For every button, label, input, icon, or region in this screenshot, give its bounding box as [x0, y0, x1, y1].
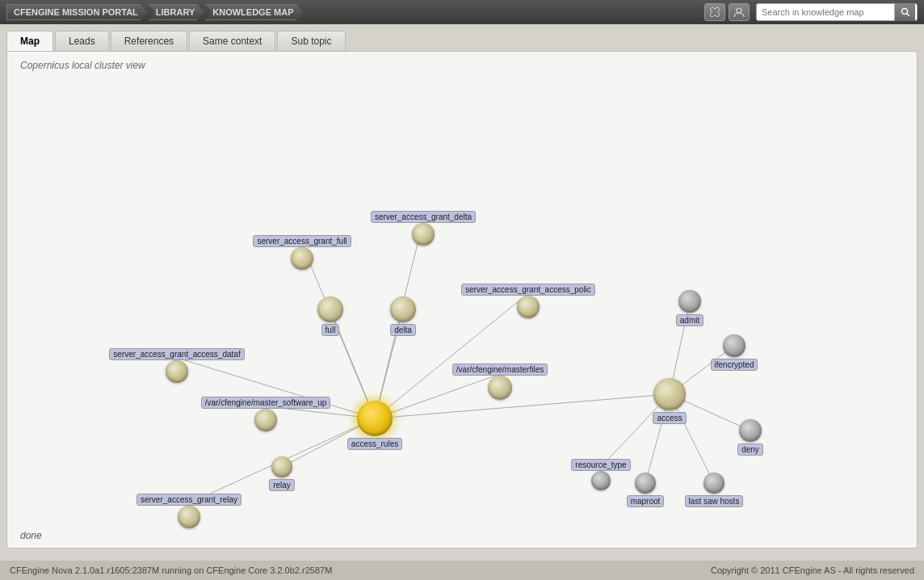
node-label-server_grant_access_dataf: server_access_grant_access_dataf — [109, 348, 244, 360]
node-label-server_grant_full: server_access_grant_full — [253, 235, 351, 247]
node-circle-relay — [271, 456, 292, 477]
tab-leads[interactable]: Leads — [55, 31, 109, 51]
node-circle-delta — [390, 296, 416, 322]
node-label-resource_type: resource_type — [571, 459, 630, 471]
node-circle-full — [317, 296, 343, 322]
node-relay[interactable]: relay — [271, 456, 292, 491]
node-server_grant_delta[interactable]: server_access_grant_delta — [412, 209, 435, 246]
node-ifencrypted[interactable]: ifencrypted — [723, 334, 746, 371]
node-circle-ifencrypted — [723, 334, 746, 357]
node-admit[interactable]: admit — [678, 290, 701, 326]
main-content: Map Leads References Same context Sub to… — [0, 24, 924, 561]
node-circle-admit — [678, 290, 701, 313]
node-circle-server_grant_relay — [178, 506, 200, 528]
node-label-relay: relay — [269, 479, 295, 491]
node-server_grant_access_dataf[interactable]: server_access_grant_access_dataf — [166, 347, 188, 383]
node-label-var_master_software: /var/cfengine/master_software_up — [201, 397, 331, 409]
node-label-maproot: maproot — [627, 495, 665, 507]
node-label-server_grant_delta: server_access_grant_delta — [371, 211, 476, 223]
node-full[interactable]: full — [317, 296, 343, 336]
node-label-var_masterfiles: /var/cfengine/masterfiles — [452, 364, 548, 376]
node-circle-access_rules — [357, 401, 393, 436]
node-var_master_software[interactable]: /var/cfengine/master_software_up — [254, 395, 277, 431]
node-label-admit: admit — [676, 314, 704, 326]
node-access[interactable]: access — [653, 378, 686, 424]
topbar: CFENGINE MISSION PORTAL LIBRARY KNOWLEDG… — [0, 0, 924, 24]
tab-bar: Map Leads References Same context Sub to… — [6, 31, 918, 51]
node-resource_type[interactable]: resource_type — [591, 457, 611, 490]
node-label-access_rules: access_rules — [347, 438, 402, 450]
svg-point-0 — [737, 8, 741, 13]
done-label: done — [20, 530, 42, 541]
node-last_saw_hosts[interactable]: last saw hosts — [704, 473, 724, 507]
tab-map[interactable]: Map — [6, 31, 53, 51]
node-deny[interactable]: deny — [739, 419, 762, 456]
wrench-button[interactable] — [704, 3, 725, 21]
breadcrumb-library[interactable]: LIBRARY — [149, 4, 204, 20]
node-circle-last_saw_hosts — [704, 473, 724, 494]
node-var_masterfiles[interactable]: /var/cfengine/masterfiles — [488, 362, 512, 400]
node-label-deny: deny — [737, 443, 763, 456]
status-right: Copyright © 2011 CFEngine AS - All right… — [711, 565, 914, 575]
node-maproot[interactable]: maproot — [635, 473, 656, 507]
node-circle-server_grant_full — [291, 247, 313, 270]
node-circle-server_grant_access_policy — [517, 296, 540, 318]
svg-point-1 — [901, 9, 907, 15]
node-circle-var_masterfiles — [488, 376, 512, 400]
breadcrumb-cfengine[interactable]: CFENGINE MISSION PORTAL — [6, 4, 147, 20]
map-subtitle: Copernicus local cluster view — [7, 52, 917, 71]
tab-sub-topic[interactable]: Sub topic — [277, 31, 345, 51]
search-bar — [756, 3, 918, 21]
node-access_rules[interactable]: access_rules — [357, 401, 393, 450]
node-circle-var_master_software — [254, 409, 277, 431]
tab-same-context[interactable]: Same context — [189, 31, 275, 51]
node-label-server_grant_relay: server_access_grant_relay — [136, 494, 242, 506]
search-button[interactable] — [894, 3, 915, 21]
status-left: CFEngine Nova 2.1.0a1.r1605:2387M runnin… — [10, 565, 332, 575]
node-circle-access — [653, 378, 686, 410]
node-circle-deny — [739, 419, 762, 442]
node-delta[interactable]: delta — [390, 296, 416, 336]
node-server_grant_full[interactable]: server_access_grant_full — [291, 233, 313, 270]
node-circle-server_grant_access_dataf — [166, 360, 188, 383]
node-label-ifencrypted: ifencrypted — [711, 359, 758, 371]
node-label-server_grant_access_policy: server_access_grant_access_polic — [461, 284, 595, 296]
breadcrumb-knowledge-map[interactable]: KNOWLEDGE MAP — [205, 4, 302, 20]
search-input[interactable] — [757, 7, 894, 17]
user-button[interactable] — [729, 3, 750, 21]
node-server_grant_access_policy[interactable]: server_access_grant_access_polic — [517, 282, 540, 318]
map-area[interactable]: access_rulesfulldeltarelayaccessadmitife… — [7, 71, 917, 535]
node-circle-resource_type — [591, 471, 611, 490]
node-label-last_saw_hosts: last saw hosts — [685, 495, 744, 507]
svg-line-6 — [375, 394, 670, 418]
node-label-delta: delta — [390, 324, 416, 336]
statusbar: CFEngine Nova 2.1.0a1.r1605:2387M runnin… — [0, 561, 924, 580]
svg-line-2 — [907, 14, 909, 16]
tab-references[interactable]: References — [111, 31, 187, 51]
node-label-full: full — [321, 324, 340, 336]
node-circle-maproot — [635, 473, 656, 494]
node-server_grant_relay[interactable]: server_access_grant_relay — [178, 492, 200, 528]
svg-line-7 — [375, 374, 500, 418]
node-circle-server_grant_delta — [412, 223, 435, 246]
map-panel: Copernicus local cluster view access_rul… — [6, 51, 918, 548]
node-label-access: access — [653, 412, 686, 424]
